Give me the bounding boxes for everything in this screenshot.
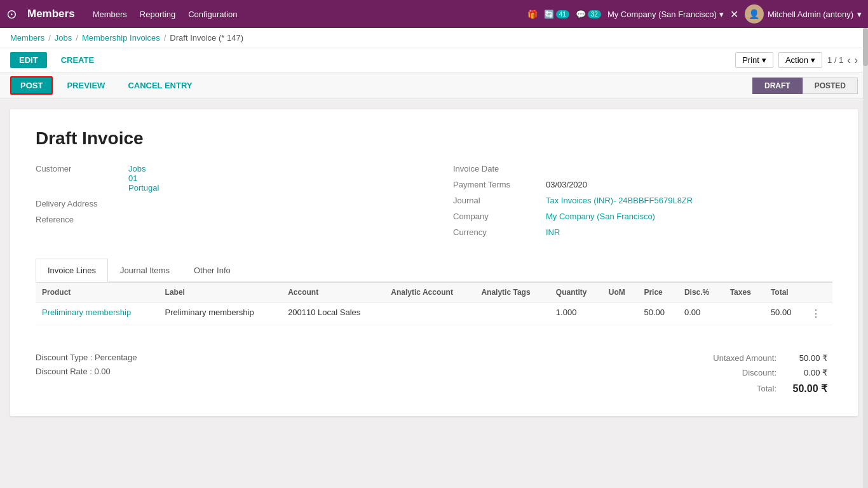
pagination: 1 / 1 ‹ › <box>827 55 858 66</box>
reference-row: Reference <box>36 215 415 224</box>
next-button[interactable]: › <box>855 55 858 66</box>
table-header-row: Product Label Account Analytic Account A… <box>36 283 832 302</box>
stage-draft[interactable]: DRAFT <box>752 78 803 94</box>
cancel-entry-button[interactable]: CANCEL ENTRY <box>119 78 201 93</box>
left-fields: Customer Jobs 01 Portugal Delivery Addre… <box>36 164 415 243</box>
totals: Untaxed Amount: 50.00 ₹ Discount: 0.00 ₹… <box>708 351 832 397</box>
user-chevron-icon: ▾ <box>857 10 862 19</box>
calendar-button[interactable]: 🔄 41 <box>544 10 569 19</box>
app-name: Members <box>27 8 75 20</box>
invoice-footer: Discount Type : Percentage Discount Rate… <box>36 351 832 397</box>
invoice-date-label: Invoice Date <box>453 164 536 173</box>
company-value[interactable]: My Company (San Francisco) <box>546 212 655 221</box>
right-fields: Invoice Date Payment Terms 03/03/2020 Jo… <box>453 164 832 243</box>
currency-value[interactable]: INR <box>546 227 560 237</box>
cell-analytic-account <box>384 302 475 325</box>
nav-reporting[interactable]: Reporting <box>140 10 175 19</box>
top-right-icons: 🎁 🔄 41 💬 32 My Company (San Francisco) ▾… <box>527 4 862 24</box>
total-value: 50.00 ₹ <box>782 380 832 397</box>
action-button[interactable]: Action ▾ <box>778 52 822 68</box>
currency-label: Currency <box>453 227 536 237</box>
customer-value[interactable]: Jobs <box>128 164 159 173</box>
breadcrumb-membership-invoices[interactable]: Membership Invoices <box>82 33 160 43</box>
payment-terms-row: Payment Terms 03/03/2020 <box>453 180 832 189</box>
tabs: Invoice Lines Journal Items Other Info <box>36 259 832 282</box>
customer-row: Customer Jobs 01 Portugal <box>36 164 415 193</box>
tab-invoice-lines[interactable]: Invoice Lines <box>36 259 108 282</box>
journal-value[interactable]: Tax Invoices (INR)- 24BBBFF5679L8ZR <box>546 196 693 205</box>
table-row: Preliminary membership Preliminary membe… <box>36 302 832 325</box>
action-label: Action <box>785 55 808 65</box>
chat-button[interactable]: 💬 32 <box>576 10 601 19</box>
customer-label: Customer <box>36 164 118 173</box>
journal-row: Journal Tax Invoices (INR)- 24BBBFF5679L… <box>453 196 832 205</box>
action-chevron-icon: ▾ <box>811 55 815 65</box>
col-uom: UoM <box>602 283 638 302</box>
post-button[interactable]: POST <box>10 76 53 95</box>
close-button[interactable]: ✕ <box>730 8 738 20</box>
stage-posted[interactable]: POSTED <box>803 78 858 94</box>
col-analytic-account: Analytic Account <box>384 283 475 302</box>
nav-configuration[interactable]: Configuration <box>188 10 237 19</box>
calendar-badge: 41 <box>556 10 569 18</box>
discount-info: Discount Type : Percentage Discount Rate… <box>36 351 137 379</box>
totals-untaxed-row: Untaxed Amount: 50.00 ₹ <box>708 351 832 365</box>
pagination-text: 1 / 1 <box>827 55 843 65</box>
discount-value: 0.00 ₹ <box>782 365 832 380</box>
totals-total-row: Total: 50.00 ₹ <box>708 380 832 397</box>
col-total: Total <box>764 283 805 302</box>
cell-taxes <box>724 302 764 325</box>
cell-price: 50.00 <box>637 302 678 325</box>
invoice-table: Product Label Account Analytic Account A… <box>36 282 832 325</box>
row-more-button[interactable]: ⋮ <box>811 308 821 320</box>
invoice-fields: Customer Jobs 01 Portugal Delivery Addre… <box>36 164 832 243</box>
discount-type-row: Discount Type : Percentage <box>36 351 137 365</box>
calendar-icon: 🔄 <box>544 10 554 19</box>
nav-members[interactable]: Members <box>93 10 127 19</box>
delivery-label: Delivery Address <box>36 199 118 208</box>
reference-label: Reference <box>36 215 118 224</box>
chat-badge: 32 <box>588 10 601 18</box>
customer-country: Portugal <box>128 183 159 193</box>
breadcrumb-jobs[interactable]: Jobs <box>55 33 72 43</box>
scrollbar-thumb[interactable] <box>863 28 868 66</box>
app-grid-icon[interactable]: ⊙ <box>6 6 17 22</box>
col-account: Account <box>281 283 384 302</box>
company-selector[interactable]: My Company (San Francisco) ▾ <box>607 10 724 19</box>
col-actions <box>804 283 832 302</box>
cell-account: 200110 Local Sales <box>281 302 384 325</box>
edit-button[interactable]: EDIT <box>10 52 47 68</box>
col-product: Product <box>36 283 159 302</box>
scrollbar-track[interactable] <box>863 28 868 426</box>
print-button[interactable]: Print ▾ <box>735 52 773 68</box>
untaxed-label: Untaxed Amount: <box>708 351 782 365</box>
tab-journal-items[interactable]: Journal Items <box>108 259 182 281</box>
top-nav: ⊙ Members Members Reporting Configuratio… <box>0 0 868 28</box>
invoice-card: Draft Invoice Customer Jobs 01 Portugal … <box>10 109 858 416</box>
delivery-row: Delivery Address <box>36 199 415 208</box>
cell-product: Preliminary membership <box>36 302 159 325</box>
create-button[interactable]: CREATE <box>52 52 103 68</box>
company-row: Company My Company (San Francisco) <box>453 212 832 221</box>
tab-other-info[interactable]: Other Info <box>182 259 243 281</box>
invoice-date-row: Invoice Date <box>453 164 832 173</box>
cell-disc: 0.00 <box>678 302 724 325</box>
chevron-down-icon: ▾ <box>719 10 724 19</box>
discount-rate-row: Discount Rate : 0.00 <box>36 365 137 379</box>
total-label: Total: <box>708 380 782 397</box>
print-label: Print <box>742 55 759 65</box>
user-menu[interactable]: 👤 Mitchell Admin (antony) ▾ <box>745 4 862 24</box>
preview-button[interactable]: PREVIEW <box>58 78 114 93</box>
main-content: Draft Invoice Customer Jobs 01 Portugal … <box>0 99 868 426</box>
prev-button[interactable]: ‹ <box>847 55 850 66</box>
status-bar: POST PREVIEW CANCEL ENTRY DRAFT POSTED <box>0 72 868 99</box>
product-link[interactable]: Preliminary membership <box>42 308 131 317</box>
payment-terms-label: Payment Terms <box>453 180 536 189</box>
nav-links: Members Reporting Configuration <box>93 10 522 19</box>
breadcrumb-current: Draft Invoice (* 147) <box>170 33 243 43</box>
sep2: / <box>76 33 78 43</box>
discount-type-label: Discount Type : <box>36 353 92 362</box>
gift-button[interactable]: 🎁 <box>527 10 538 19</box>
breadcrumb-members[interactable]: Members <box>10 33 44 43</box>
print-chevron-icon: ▾ <box>762 55 766 65</box>
